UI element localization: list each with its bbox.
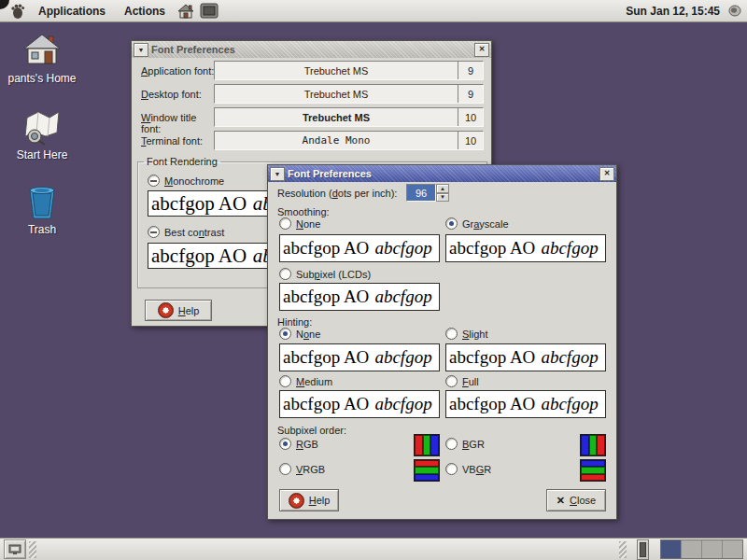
desktop-icon-label: pants's Home: [8, 72, 77, 85]
preview-italic: abcfgop: [541, 238, 598, 259]
preview-regular: abcfgop AO: [283, 347, 369, 368]
workspace-2[interactable]: [682, 540, 702, 558]
terminal-font-picker[interactable]: Andale Mono 10: [214, 131, 484, 150]
panel-applet-icon[interactable]: [728, 5, 741, 17]
preview-regular: abcfgop AO: [449, 347, 535, 368]
radio-label: BGR: [462, 439, 485, 450]
preview-regular: abcfgop AO: [283, 238, 369, 259]
radio-button-icon: [279, 328, 291, 340]
radio-button-icon: [445, 328, 458, 340]
subpixel-order-label: Subpixel order:: [277, 425, 346, 436]
resolution-value[interactable]: 96: [406, 184, 436, 202]
desktop-icon-home[interactable]: pants's Home: [0, 34, 84, 85]
preview-regular: abcfgop AO: [449, 238, 535, 259]
radio-button-icon: [148, 175, 160, 187]
trash-icon: [25, 183, 59, 220]
hinting-slight-radio[interactable]: Slight: [445, 328, 488, 340]
radio-button-icon: [279, 268, 291, 280]
smoothing-grayscale-radio[interactable]: Grayscale: [445, 217, 509, 230]
workspace-1[interactable]: [661, 540, 682, 558]
applet-handle[interactable]: [637, 539, 649, 560]
radio-label: Best contrast: [164, 227, 224, 238]
preview-regular: abcfgop AO: [283, 394, 369, 414]
radio-label: VBGR: [462, 464, 491, 475]
radio-button-icon: [279, 463, 291, 475]
monochrome-radio[interactable]: Monochrome: [148, 175, 224, 187]
vbgr-swatch: [580, 459, 606, 482]
show-desktop-button[interactable]: [4, 539, 26, 559]
preview-italic: abcfgop: [541, 394, 598, 414]
font-rendering-details-window: ▼ Font Preferences ✕ Resolution (dots pe…: [267, 164, 617, 520]
desktop-font-picker[interactable]: Trebuchet MS 9: [214, 84, 484, 104]
radio-button-icon: [279, 217, 291, 230]
radio-label: Full: [462, 376, 479, 387]
radio-label: Monochrome: [164, 175, 224, 187]
preview-italic: abcfgop: [541, 347, 598, 368]
font-name: Trebuchet MS: [215, 85, 458, 103]
radio-label: None: [296, 218, 320, 230]
arrow-down-icon: ▼: [440, 194, 445, 200]
desktop-icon-start-here[interactable]: Start Here: [0, 108, 84, 161]
font-size: 9: [458, 62, 483, 79]
panel-drag-handle[interactable]: [29, 541, 36, 558]
smoothing-grayscale-preview: abcfgop AOabcfgop: [445, 234, 606, 262]
smoothing-none-radio[interactable]: None: [279, 217, 320, 230]
hinting-medium-radio[interactable]: Medium: [279, 375, 332, 387]
best-contrast-radio[interactable]: Best contrast: [148, 226, 224, 238]
close-window-button[interactable]: ✕: [599, 167, 614, 181]
hinting-full-radio[interactable]: Full: [445, 375, 479, 387]
desktop-icon-label: Trash: [28, 223, 56, 236]
hinting-none-radio[interactable]: None: [279, 328, 320, 340]
subpixel-vrgb-radio[interactable]: VRGB: [279, 463, 325, 475]
gnome-foot-icon[interactable]: [9, 3, 26, 20]
smoothing-subpixel-radio[interactable]: Subpixel (LCDs): [279, 268, 371, 280]
spin-up-button[interactable]: ▲: [436, 184, 449, 193]
subpixel-vbgr-radio[interactable]: VBGR: [445, 463, 491, 475]
close-button[interactable]: ✕ Close: [546, 489, 606, 511]
window-title: Font Preferences: [151, 44, 472, 55]
font-size: 10: [458, 108, 483, 126]
panel-drag-handle[interactable]: [619, 541, 627, 558]
titlebar[interactable]: ▼ Font Preferences ✕: [132, 41, 491, 58]
radio-label: Slight: [462, 329, 488, 340]
applet-handle-grip: [640, 542, 646, 557]
start-here-icon: [21, 108, 63, 146]
font-size: 9: [458, 85, 483, 103]
workspace-4[interactable]: [723, 540, 742, 558]
workspace-3[interactable]: [702, 540, 723, 558]
window-title-font-label: Window title font:: [141, 112, 216, 134]
resolution-spinner[interactable]: 96 ▲ ▼: [406, 184, 449, 202]
help-button[interactable]: Help: [145, 300, 212, 321]
preview-italic: abcfgop: [374, 347, 431, 368]
resolution-label: Resolution (dots per inch):: [277, 188, 397, 199]
application-font-picker[interactable]: Trebuchet MS 9: [214, 61, 484, 80]
spin-down-button[interactable]: ▼: [436, 193, 449, 203]
preview-regular: abcfgop AO: [283, 287, 369, 307]
close-window-button[interactable]: ✕: [474, 43, 489, 57]
window-title: Font Preferences: [288, 168, 597, 179]
radio-button-icon: [445, 463, 458, 475]
radio-label: Grayscale: [462, 218, 509, 230]
subpixel-rgb-radio[interactable]: RGB: [279, 438, 318, 450]
clock[interactable]: Sun Jan 12, 15:45: [626, 5, 726, 18]
chevron-down-icon: ▼: [138, 47, 145, 53]
window-menu-button[interactable]: ▼: [134, 43, 148, 57]
desktop-icon-trash[interactable]: Trash: [0, 183, 84, 236]
screenshot-launcher-icon[interactable]: [200, 3, 218, 19]
help-icon: [158, 302, 174, 318]
close-label: Close: [570, 495, 596, 506]
home-launcher-icon[interactable]: [177, 4, 194, 19]
smoothing-label: Smoothing:: [277, 206, 330, 217]
menu-actions[interactable]: Actions: [115, 5, 175, 18]
window-title-font-picker[interactable]: Trebuchet MS 10: [214, 107, 484, 127]
titlebar[interactable]: ▼ Font Preferences ✕: [268, 165, 616, 182]
radio-button-icon: [279, 438, 291, 450]
smoothing-subpixel-preview: abcfgop AOabcfgop: [279, 283, 440, 311]
workspace-switcher[interactable]: [660, 539, 743, 559]
help-button[interactable]: Help: [279, 489, 339, 511]
rgb-swatch: [414, 434, 440, 456]
window-menu-button[interactable]: ▼: [270, 167, 285, 181]
close-icon: ✕: [479, 46, 486, 53]
subpixel-bgr-radio[interactable]: BGR: [445, 438, 485, 450]
menu-applications[interactable]: Applications: [29, 5, 115, 18]
